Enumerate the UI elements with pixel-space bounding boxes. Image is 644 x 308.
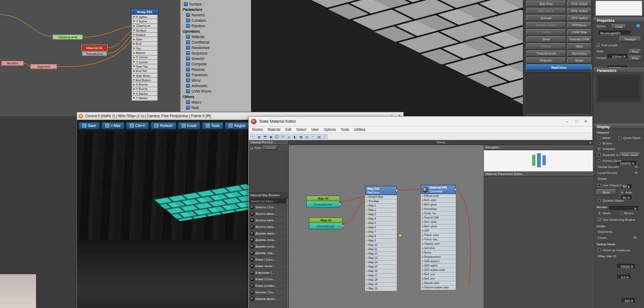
length-pick-button[interactable]: Pick xyxy=(629,56,641,61)
array-input-slot[interactable]: End xyxy=(132,42,158,46)
array-input-slot[interactable]: End Top xyxy=(132,69,158,74)
material-slot[interactable]: Refr. color xyxy=(421,220,456,225)
slate-toolbar-icon[interactable]: ↖ xyxy=(251,134,255,139)
input-socket-icon[interactable] xyxy=(366,275,368,276)
map-slot[interactable]: Map 14 xyxy=(365,261,397,265)
material-slot[interactable]: Refr. env xyxy=(421,273,456,277)
display-rollout-header[interactable]: Display xyxy=(593,124,644,129)
input-socket-icon[interactable] xyxy=(366,240,368,241)
slate-toolbar-icon[interactable]: ▣ xyxy=(269,134,273,139)
input-socket-icon[interactable] xyxy=(366,253,368,255)
degrade-target-button[interactable]: Poin...loud xyxy=(619,152,640,157)
material-preview-header[interactable]: Material Preview xyxy=(249,140,288,145)
material-list-item[interactable]: Кожа ( Coro... xyxy=(249,276,288,282)
render-mesh-radio[interactable]: Mesh xyxy=(598,211,611,215)
points-cloud-radio[interactable]: Points-Cloud xyxy=(598,159,621,163)
map-slot[interactable]: Map 16 xyxy=(365,269,397,274)
properties-rollout-header[interactable]: Properties xyxy=(593,17,644,23)
modifier-button[interactable]: Lathe xyxy=(526,29,566,35)
array-input-slot[interactable]: Default xyxy=(132,33,158,37)
material-list-item[interactable]: Краска архит... xyxy=(249,295,288,302)
view-tab-bar[interactable]: View1 ▾ xyxy=(289,140,593,145)
array-input-slot[interactable]: Surface xyxy=(132,28,158,33)
output-socket-icon[interactable] xyxy=(338,203,341,206)
input-socket-icon[interactable] xyxy=(366,235,368,237)
spinner-icon[interactable] xyxy=(626,275,629,279)
map-slot[interactable]: Map 6 xyxy=(365,226,397,230)
material-slot[interactable]: Refl. env xyxy=(421,277,456,281)
modifier-button[interactable]: Extrude xyxy=(526,15,566,21)
material-map-browser-header[interactable]: Material Map Browser xyxy=(249,193,288,198)
input-socket-icon[interactable] xyxy=(366,209,368,211)
material-list-item[interactable]: Дерево под... xyxy=(249,250,288,256)
material-list-item[interactable]: Кожа шлифо... xyxy=(249,282,288,289)
input-socket-icon[interactable] xyxy=(422,287,424,288)
map-slot[interactable]: Map 20 xyxy=(365,287,397,291)
menu-item[interactable]: Utilities xyxy=(354,128,366,131)
slate-node-canvas[interactable]: Map #2 CoronaColor Map #3 CoronaColor Ma… xyxy=(289,145,484,308)
quick-mesh-radio[interactable]: Quick Mesh xyxy=(618,136,641,140)
input-socket-icon[interactable] xyxy=(422,261,424,262)
socket-icon[interactable] xyxy=(133,43,135,45)
palette-item[interactable]: UVW XForm xyxy=(181,88,251,94)
socket-icon[interactable] xyxy=(133,97,135,99)
menu-item[interactable]: Tools xyxy=(341,128,349,131)
input-socket-icon[interactable] xyxy=(422,282,424,284)
map-slot[interactable]: Map 15 xyxy=(365,265,397,269)
map-slot[interactable]: Map 9 xyxy=(365,239,397,243)
input-socket-icon[interactable] xyxy=(422,217,424,219)
socket-icon[interactable] xyxy=(133,70,135,72)
corona-toolbar-button[interactable]: Erase xyxy=(178,122,200,129)
show-instances-checkbox[interactable]: Show up Instances xyxy=(598,248,630,252)
socket-icon[interactable] xyxy=(133,84,135,86)
palette-group-others[interactable]: Others xyxy=(181,94,251,99)
array-generator-node-header[interactable]: Array 2S1 xyxy=(130,9,159,15)
material-slot[interactable]: Anisotropy xyxy=(421,207,456,212)
array-input-slot[interactable]: Y Marker xyxy=(132,96,158,100)
checkbox-icon[interactable] xyxy=(250,147,253,149)
segment-node[interactable]: Segment xyxy=(30,64,57,69)
slate-toolbar-icon[interactable]: ⊞ xyxy=(305,134,309,139)
spinner-icon[interactable] xyxy=(623,55,626,58)
modifier-button[interactable]: Sweep xyxy=(526,43,566,50)
start-pick-button[interactable]: Pick xyxy=(629,49,641,54)
slate-toolbar-icon[interactable]: ▦ xyxy=(299,134,303,139)
spline-picker-icon[interactable] xyxy=(636,23,641,28)
material-slot[interactable]: Refl. gloss xyxy=(421,203,456,207)
vray-matid-field[interactable]: 100 xyxy=(622,298,635,303)
input-socket-icon[interactable] xyxy=(422,247,424,249)
array-input-slot[interactable]: X Marker xyxy=(132,92,158,96)
slate-titlebar[interactable]: Slate Material Editor – □ ✕ xyxy=(249,117,592,126)
material-list-item[interactable]: Золото мато... xyxy=(249,210,288,217)
output-socket-icon[interactable] xyxy=(341,225,344,227)
palette-item[interactable]: Random xyxy=(181,23,251,28)
update-button[interactable]: Update xyxy=(263,146,277,150)
slate-toolbar-icon[interactable]: ◧ xyxy=(293,134,297,139)
input-socket-icon[interactable] xyxy=(366,279,368,281)
modifier-button[interactable]: Shell xyxy=(526,36,566,43)
input-socket-icon[interactable] xyxy=(422,195,424,197)
modifier-button[interactable]: FFD 3x3x3 xyxy=(567,8,592,14)
socket-icon[interactable] xyxy=(133,65,135,67)
socket-icon[interactable] xyxy=(133,25,135,27)
menu-item[interactable]: Material xyxy=(268,128,281,131)
corona-material-node[interactable]: Material #46 CoronaMtl Diffuse color Ref… xyxy=(421,185,456,290)
socket-icon[interactable] xyxy=(133,29,135,31)
transform-node[interactable]: Transform1 xyxy=(82,51,107,56)
browser-scrollbar[interactable] xyxy=(286,199,288,308)
palette-item[interactable]: Arithmetic xyxy=(181,83,251,88)
socket-icon[interactable] xyxy=(133,57,135,58)
material-slot[interactable]: Transl. color xyxy=(421,233,456,238)
input-socket-icon[interactable] xyxy=(366,249,368,250)
material-slot[interactable]: Diffuse color xyxy=(421,194,456,198)
input-socket-icon[interactable] xyxy=(422,208,424,210)
input-socket-icon[interactable] xyxy=(422,265,424,267)
input-socket-icon[interactable] xyxy=(366,201,368,202)
material-list-item[interactable]: Корзин ( Co... xyxy=(249,289,288,295)
railclone-map-node[interactable]: Map #12 RailClone... Default Map Tint Ma… xyxy=(365,186,397,291)
array-input-slot[interactable]: X Spline xyxy=(132,15,158,19)
input-socket-icon[interactable] xyxy=(366,257,368,259)
socket-icon[interactable] xyxy=(133,93,135,94)
array-input-slot[interactable]: Y Spline xyxy=(132,19,158,23)
input-socket-icon[interactable] xyxy=(422,269,424,271)
